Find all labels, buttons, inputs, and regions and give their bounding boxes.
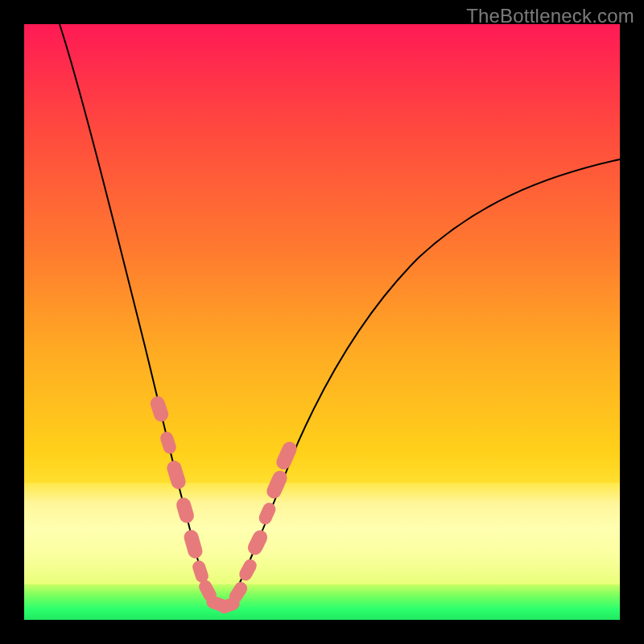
curve-marker — [274, 440, 299, 472]
plot-area — [24, 24, 620, 620]
curve-marker — [159, 430, 178, 456]
bottleneck-curve-right — [227, 159, 620, 607]
curve-marker — [175, 496, 196, 525]
curve-overlay — [24, 24, 620, 620]
curve-marker — [246, 528, 270, 558]
chart-stage: TheBottleneck.com — [0, 0, 644, 644]
curve-marker — [165, 459, 188, 491]
curve-marker — [257, 501, 278, 526]
curve-marker — [182, 528, 204, 560]
curve-marker — [148, 394, 170, 423]
watermark-text: TheBottleneck.com — [466, 5, 634, 27]
marker-group — [148, 394, 299, 615]
curve-marker — [237, 557, 258, 583]
